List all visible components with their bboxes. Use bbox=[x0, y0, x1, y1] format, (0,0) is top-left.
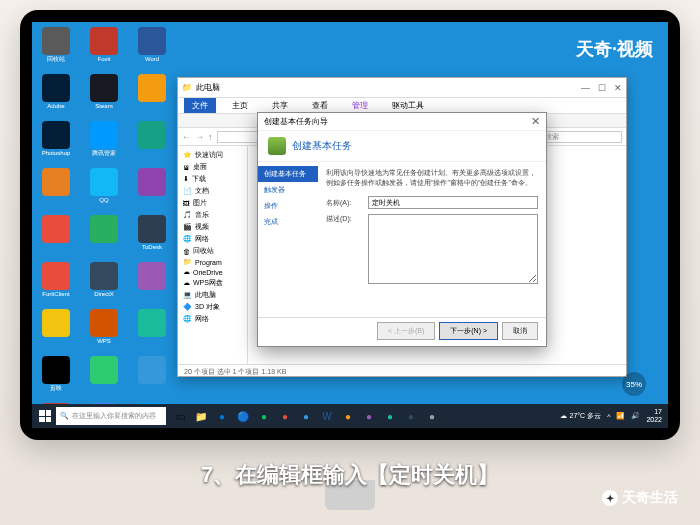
desktop-icon[interactable] bbox=[85, 356, 123, 400]
desktop-icon[interactable]: Photoshop bbox=[37, 121, 75, 165]
network-icon[interactable]: 📶 bbox=[616, 412, 625, 420]
desktop-icon[interactable]: WPS bbox=[85, 309, 123, 353]
tab-extra[interactable]: 驱动工具 bbox=[384, 98, 432, 113]
desktop-icon[interactable] bbox=[85, 215, 123, 259]
folder-icon: 🎵 bbox=[183, 211, 192, 219]
app-icon-4[interactable]: ● bbox=[359, 406, 379, 426]
sidebar-quick-access[interactable]: ⭐快速访问 bbox=[181, 149, 244, 161]
app-icon-2[interactable]: ● bbox=[296, 406, 316, 426]
sidebar-item[interactable]: 🎬视频 bbox=[181, 221, 244, 233]
desktop-icon[interactable]: 剪映 bbox=[37, 356, 75, 400]
minimize-button[interactable]: — bbox=[581, 83, 590, 93]
app-icon bbox=[42, 309, 70, 337]
explorer-icon[interactable]: 📁 bbox=[191, 406, 211, 426]
wizard-step-finish[interactable]: 完成 bbox=[258, 214, 318, 230]
desktop-icon[interactable] bbox=[37, 309, 75, 353]
volume-icon[interactable]: 🔊 bbox=[631, 412, 640, 420]
desktop-icon[interactable] bbox=[37, 215, 75, 259]
desktop-icon[interactable]: DirectX bbox=[85, 262, 123, 306]
desktop-icon[interactable] bbox=[133, 121, 171, 165]
tab-view[interactable]: 查看 bbox=[304, 98, 336, 113]
app-icon-5[interactable]: ● bbox=[380, 406, 400, 426]
desktop-icon[interactable]: 回收站 bbox=[37, 27, 75, 71]
taskbar-tray: ☁ 27°C 多云 ^ 📶 🔊 172022 bbox=[560, 408, 666, 424]
app-icon-7[interactable]: ● bbox=[422, 406, 442, 426]
chrome-icon[interactable]: 🔵 bbox=[233, 406, 253, 426]
app-icon bbox=[42, 74, 70, 102]
desktop-icon[interactable]: Steam bbox=[85, 74, 123, 118]
app-icon-1[interactable]: ● bbox=[275, 406, 295, 426]
wizard-close-button[interactable]: ✕ bbox=[531, 115, 540, 128]
name-input[interactable] bbox=[368, 196, 538, 209]
folder-icon: 💻 bbox=[183, 291, 192, 299]
desktop-icon[interactable]: ToDesk bbox=[133, 215, 171, 259]
wizard-titlebar[interactable]: 创建基本任务向导 ✕ bbox=[258, 113, 546, 131]
wizard-step-trigger[interactable]: 触发器 bbox=[258, 182, 318, 198]
sidebar-item[interactable]: ⬇下载 bbox=[181, 173, 244, 185]
nav-arrows[interactable]: ←→↑ bbox=[182, 132, 213, 142]
tab-share[interactable]: 共享 bbox=[264, 98, 296, 113]
app-icon-3[interactable]: ● bbox=[338, 406, 358, 426]
sidebar-label: 下载 bbox=[192, 174, 206, 184]
desc-input[interactable] bbox=[368, 214, 538, 284]
desktop-icon[interactable]: FortiClient bbox=[37, 262, 75, 306]
tab-home[interactable]: 主页 bbox=[224, 98, 256, 113]
folder-icon: 📄 bbox=[183, 187, 192, 195]
wizard-step-create[interactable]: 创建基本任务 bbox=[258, 166, 318, 182]
desktop-icon[interactable]: Adobe bbox=[37, 74, 75, 118]
next-button[interactable]: 下一步(N) > bbox=[439, 322, 498, 340]
wechat-icon[interactable]: ● bbox=[254, 406, 274, 426]
brand-icon: ✦ bbox=[602, 490, 618, 506]
explorer-titlebar[interactable]: 📁 此电脑 — ☐ ✕ bbox=[178, 78, 626, 98]
edge-icon[interactable]: ● bbox=[212, 406, 232, 426]
close-button[interactable]: ✕ bbox=[614, 83, 622, 93]
desktop-icon[interactable] bbox=[133, 168, 171, 212]
sidebar-label: 视频 bbox=[195, 222, 209, 232]
desktop-icon[interactable] bbox=[133, 309, 171, 353]
tab-manage[interactable]: 管理 bbox=[344, 98, 376, 113]
desktop-icon[interactable]: 腾讯管家 bbox=[85, 121, 123, 165]
sidebar-item[interactable]: 🗑回收站 bbox=[181, 245, 244, 257]
weather-widget[interactable]: ☁ 27°C 多云 bbox=[560, 411, 602, 421]
sidebar-label: 网络 bbox=[195, 314, 209, 324]
sidebar-item[interactable]: ☁WPS网盘 bbox=[181, 277, 244, 289]
app-icon bbox=[42, 121, 70, 149]
sidebar-item[interactable]: 📁Program bbox=[181, 257, 244, 267]
desktop-icon[interactable] bbox=[133, 262, 171, 306]
clock[interactable]: 172022 bbox=[646, 408, 662, 424]
sidebar-item[interactable]: 🌐网络 bbox=[181, 313, 244, 325]
back-button[interactable]: < 上一步(B) bbox=[377, 322, 435, 340]
sidebar-item[interactable]: 💻此电脑 bbox=[181, 289, 244, 301]
app-icon bbox=[138, 74, 166, 102]
sidebar-label: 桌面 bbox=[193, 162, 207, 172]
sidebar-item[interactable]: 🌐网络 bbox=[181, 233, 244, 245]
sidebar-item[interactable]: 🔷3D 对象 bbox=[181, 301, 244, 313]
app-icon-6[interactable]: ● bbox=[401, 406, 421, 426]
sidebar-item[interactable]: ☁OneDrive bbox=[181, 267, 244, 277]
folder-icon: 🖥 bbox=[183, 164, 190, 171]
desktop-icon[interactable]: Foxit bbox=[85, 27, 123, 71]
task-view-icon[interactable]: ▭ bbox=[170, 406, 190, 426]
taskbar-search[interactable]: 🔍 在这里输入你要搜索的内容 bbox=[56, 407, 166, 425]
tray-chevron-icon[interactable]: ^ bbox=[607, 413, 610, 420]
start-button[interactable] bbox=[34, 405, 56, 427]
wizard-heading: 创建基本任务 bbox=[292, 139, 352, 153]
desktop-screen: 天奇·视频 回收站FoxitWordAdobeSteamPhotoshop腾讯管… bbox=[32, 22, 668, 428]
desktop-icon[interactable] bbox=[133, 356, 171, 400]
sidebar-item[interactable]: 📄文档 bbox=[181, 185, 244, 197]
sidebar-item[interactable]: 🖥桌面 bbox=[181, 161, 244, 173]
desktop-icon[interactable]: Word bbox=[133, 27, 171, 71]
desktop-icon[interactable] bbox=[37, 168, 75, 212]
word-icon[interactable]: W bbox=[317, 406, 337, 426]
sidebar-label: 图片 bbox=[193, 198, 207, 208]
desktop-icon[interactable] bbox=[133, 74, 171, 118]
cancel-button[interactable]: 取消 bbox=[502, 322, 538, 340]
maximize-button[interactable]: ☐ bbox=[598, 83, 606, 93]
wizard-step-action[interactable]: 操作 bbox=[258, 198, 318, 214]
sidebar-item[interactable]: 🖼图片 bbox=[181, 197, 244, 209]
folder-icon: 🌐 bbox=[183, 315, 192, 323]
desktop-icon[interactable]: QQ bbox=[85, 168, 123, 212]
icon-label: ToDesk bbox=[142, 244, 162, 251]
tab-file[interactable]: 文件 bbox=[184, 98, 216, 113]
sidebar-item[interactable]: 🎵音乐 bbox=[181, 209, 244, 221]
